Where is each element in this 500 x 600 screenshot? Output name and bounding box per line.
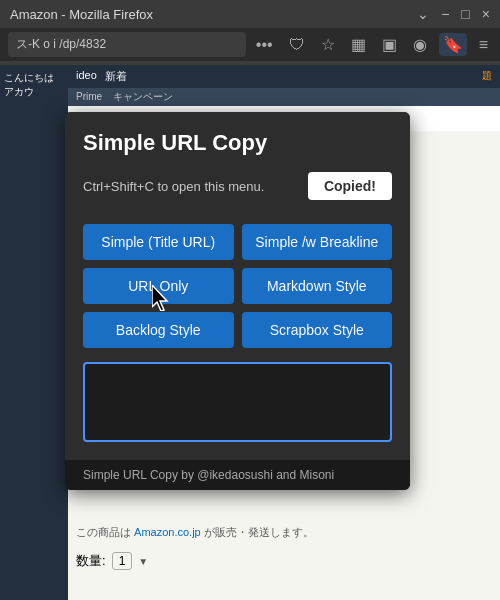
- menu-icon[interactable]: ≡: [475, 34, 492, 56]
- nav-badge: 題: [482, 69, 492, 84]
- quantity-dropdown-arrow: ▼: [138, 556, 148, 567]
- popup-overlay: Simple URL Copy Ctrl+Shift+C to open thi…: [65, 112, 410, 490]
- bars-icon[interactable]: ▦: [347, 33, 370, 56]
- popup-textarea-wrapper: [65, 362, 410, 460]
- browser-titlebar: Amazon - Mozilla Firefox ⌄ − □ ×: [0, 0, 500, 28]
- amazon-quantity: 数量: 1 ▼: [76, 552, 148, 570]
- popup-shortcut-text: Ctrl+Shift+C to open this menu.: [83, 179, 264, 194]
- url-bar[interactable]: ス-K o i /dp/4832: [8, 32, 246, 57]
- extension-icon[interactable]: 🔖: [439, 33, 467, 56]
- shield-icon[interactable]: 🛡: [285, 34, 309, 56]
- amazon-nav: ideo 新着 題: [68, 65, 500, 88]
- simple-breakline-button[interactable]: Simple /w Breakline: [242, 224, 393, 260]
- layout-icon[interactable]: ▣: [378, 33, 401, 56]
- url-only-button[interactable]: URL Only: [83, 268, 234, 304]
- browser-toolbar: ス-K o i /dp/4832 ••• 🛡 ☆ ▦ ▣ ◉ 🔖 ≡: [0, 28, 500, 61]
- titlebar-chevron-down[interactable]: ⌄: [417, 6, 429, 22]
- amazon-prime-bar: Prime キャンペーン: [68, 88, 500, 106]
- titlebar-controls: ⌄ − □ ×: [417, 6, 490, 22]
- person-icon[interactable]: ◉: [409, 33, 431, 56]
- star-icon[interactable]: ☆: [317, 33, 339, 56]
- sidebar-greeting: こんにちは アカウ: [0, 65, 68, 105]
- browser-title: Amazon - Mozilla Firefox: [10, 7, 409, 22]
- browser-frame: Amazon - Mozilla Firefox ⌄ − □ × ス-K o i…: [0, 0, 500, 61]
- popup-shortcut-row: Ctrl+Shift+C to open this menu. Copied!: [83, 172, 392, 200]
- amazon-sidebar: こんにちは アカウ: [0, 65, 68, 600]
- popup-buttons-grid: Simple (Title URL) Simple /w Breakline U…: [65, 224, 410, 362]
- markdown-style-button[interactable]: Markdown Style: [242, 268, 393, 304]
- popup-copied-button[interactable]: Copied!: [308, 172, 392, 200]
- more-icon[interactable]: •••: [252, 34, 277, 56]
- popup-textarea[interactable]: [83, 362, 392, 442]
- toolbar-icons: ••• 🛡 ☆ ▦ ▣ ◉ 🔖 ≡: [252, 33, 492, 56]
- popup-title: Simple URL Copy: [83, 130, 392, 156]
- titlebar-maximize[interactable]: □: [461, 6, 469, 22]
- scrapbox-style-button[interactable]: Scrapbox Style: [242, 312, 393, 348]
- titlebar-close[interactable]: ×: [482, 6, 490, 22]
- titlebar-minimize[interactable]: −: [441, 6, 449, 22]
- quantity-select[interactable]: 1: [112, 552, 133, 570]
- popup-footer: Simple URL Copy by @ikedaosushi and Miso…: [65, 460, 410, 490]
- browser-window: Amazon - Mozilla Firefox ⌄ − □ × ス-K o i…: [0, 0, 500, 600]
- url-text: ス-K o i /dp/4832: [16, 36, 106, 53]
- amazon-delivery-link[interactable]: Amazon.co.jp: [134, 526, 201, 538]
- backlog-style-button[interactable]: Backlog Style: [83, 312, 234, 348]
- popup-header: Simple URL Copy Ctrl+Shift+C to open thi…: [65, 112, 410, 224]
- popup-footer-text: Simple URL Copy by @ikedaosushi and Miso…: [83, 468, 334, 482]
- amazon-delivery: この商品は Amazon.co.jp が販売・発送します。: [76, 525, 314, 540]
- simple-title-url-button[interactable]: Simple (Title URL): [83, 224, 234, 260]
